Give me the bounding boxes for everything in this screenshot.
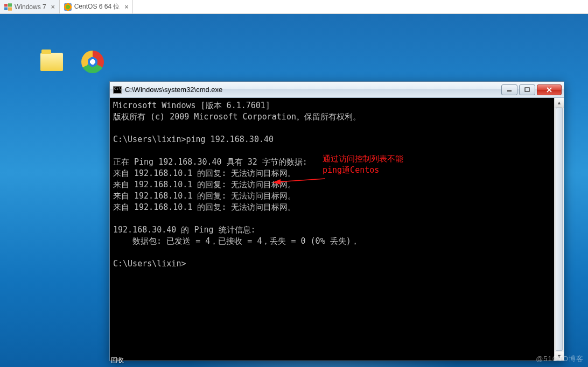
- tab-label: Windows 7: [15, 3, 46, 11]
- cmd-title-text: C:\Windows\system32\cmd.exe: [125, 86, 222, 94]
- windows-desktop[interactable]: C:\Windows\system32\cmd.exe Microsoft Wi…: [0, 14, 588, 367]
- console-line: C:\Users\lixin>ping 192.168.30.40: [113, 135, 274, 144]
- scroll-thumb[interactable]: [556, 108, 563, 351]
- tab-centos[interactable]: CentOS 6 64 位 ×: [60, 0, 134, 13]
- desktop-chrome-icon[interactable]: [76, 51, 109, 75]
- annotation-line1: 通过访问控制列表不能: [323, 154, 403, 164]
- minimize-button[interactable]: [501, 84, 517, 95]
- centos-logo-icon: [64, 3, 72, 11]
- annotation-arrow-icon: [271, 174, 326, 185]
- svg-rect-1: [8, 3, 12, 6]
- folder-icon: [40, 53, 63, 71]
- console-line: 192.168.30.40 的 Ping 统计信息:: [113, 225, 256, 235]
- svg-rect-0: [4, 4, 8, 7]
- tab-label: CentOS 6 64 位: [74, 2, 120, 11]
- console-line: 来自 192.168.10.1 的回复: 无法访问目标网。: [113, 168, 296, 178]
- close-tab-icon[interactable]: ×: [51, 3, 55, 11]
- watermark: @51CTO博客: [536, 354, 584, 364]
- chrome-icon: [81, 51, 104, 73]
- console-line: 来自 192.168.10.1 的回复: 无法访问目标网。: [113, 180, 296, 189]
- scroll-track[interactable]: [555, 108, 564, 351]
- console-line: 来自 192.168.10.1 的回复: 无法访问目标网。: [113, 202, 296, 212]
- cmd-titlebar[interactable]: C:\Windows\system32\cmd.exe: [110, 82, 564, 98]
- svg-rect-2: [4, 7, 8, 10]
- console-line: 数据包: 已发送 = 4，已接收 = 4，丢失 = 0 (0% 丢失)，: [113, 236, 359, 246]
- console-line: Microsoft Windows [版本 6.1.7601]: [113, 101, 270, 110]
- vm-tab-bar: Windows 7 × CentOS 6 64 位 ×: [0, 0, 588, 14]
- svg-line-6: [278, 179, 325, 182]
- svg-rect-4: [507, 90, 512, 91]
- cmd-console[interactable]: Microsoft Windows [版本 6.1.7601] 版权所有 (c)…: [110, 98, 554, 361]
- svg-rect-3: [8, 7, 12, 10]
- maximize-button[interactable]: [519, 84, 535, 95]
- console-line: 正在 Ping 192.168.30.40 具有 32 字节的数据:: [113, 157, 307, 167]
- vertical-scrollbar[interactable]: ▲ ▼: [554, 98, 564, 361]
- desktop-folder-icon[interactable]: [36, 53, 68, 73]
- svg-rect-5: [525, 88, 529, 91]
- cmd-window: C:\Windows\system32\cmd.exe Microsoft Wi…: [109, 81, 564, 361]
- scroll-up-button[interactable]: ▲: [555, 98, 564, 108]
- close-tab-icon[interactable]: ×: [124, 3, 128, 11]
- console-line: 版权所有 (c) 2009 Microsoft Corporation。保留所有…: [113, 112, 361, 122]
- svg-marker-7: [272, 179, 281, 185]
- cmd-icon: [113, 86, 122, 94]
- annotation-text: 通过访问控制列表不能 ping通Centos: [323, 153, 403, 176]
- console-line: C:\Users\lixin>: [113, 259, 186, 269]
- windows-logo-icon: [4, 3, 12, 11]
- annotation-line2: ping通Centos: [323, 165, 379, 175]
- tab-windows7[interactable]: Windows 7 ×: [0, 0, 60, 13]
- window-buttons: [501, 84, 562, 95]
- console-line: 来自 192.168.10.1 的回复: 无法访问目标网。: [113, 191, 296, 201]
- desktop-icon-label-truncated: 回收: [111, 356, 124, 365]
- close-button[interactable]: [537, 84, 562, 95]
